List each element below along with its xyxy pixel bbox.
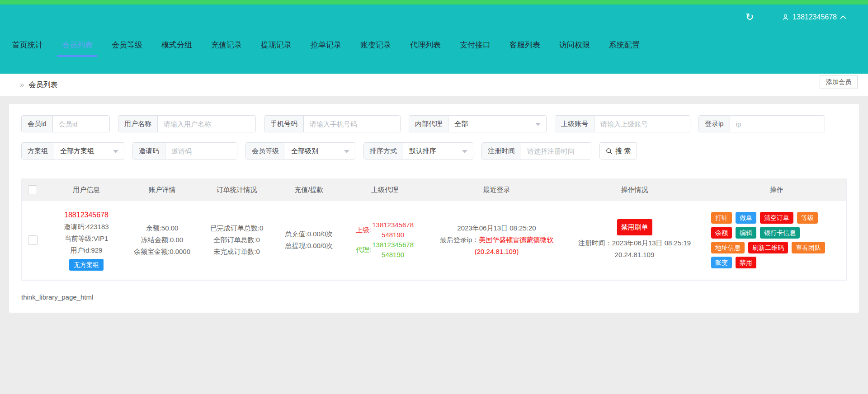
register-time: 2023年06月13日 08:25:19 — [612, 239, 691, 247]
refresh-button[interactable]: ↻ — [733, 5, 766, 30]
nav-item-member-level[interactable]: 会员等级 — [105, 36, 149, 57]
breadcrumb-icon: » — [20, 80, 24, 89]
last-login-ip: (20.24.81.109) — [475, 246, 519, 258]
nav-item-member-list[interactable]: 会员列表 — [55, 36, 99, 57]
register-ip: 20.24.81.109 — [615, 249, 655, 261]
last-login-cell: 2023年06月13日 08:25:20 最后登录ip：美国华盛顿雷德蒙德微软 … — [430, 209, 563, 271]
action-view-team-button[interactable]: 查看团队 — [792, 242, 825, 253]
filter-plan-group-label: 方案组 — [22, 143, 54, 159]
user-icon — [782, 14, 789, 21]
phone-input[interactable] — [304, 116, 400, 132]
uncompleted-orders: 未完成订单数:0 — [213, 246, 260, 258]
top-navigation-bar: ↻ 13812345678 首页统计 会员列表 会员等级 模式分组 充值记录 提… — [0, 5, 868, 74]
member-level: 当前等级:VIP1 — [65, 233, 108, 244]
header-operation-status: 操作情况 — [563, 186, 706, 194]
nav-item-withdraw-record[interactable]: 提现记录 — [254, 36, 298, 57]
filter-internal-agent-label: 内部代理 — [409, 116, 448, 132]
agent-phone: 13812345678 — [372, 240, 414, 250]
agent-label: 代理: — [356, 244, 371, 256]
header-order-stats: 订单统计情况 — [195, 186, 278, 194]
nav-item-pay-api[interactable]: 支付接口 — [453, 36, 497, 57]
nav-item-home-stats[interactable]: 首页统计 — [5, 36, 50, 57]
action-refresh-qrcode-button[interactable]: 刷新二维码 — [748, 242, 788, 253]
agent-id: 548190 — [372, 250, 414, 260]
last-login-time: 2023年06月13日 08:25:20 — [457, 222, 536, 234]
chevron-down-icon — [113, 150, 118, 153]
filter-sort-order: 排序方式 默认排序 — [363, 142, 473, 159]
action-level-button[interactable]: 等级 — [797, 212, 818, 224]
action-balance-button[interactable]: 余额 — [711, 227, 732, 239]
actions-cell: 打针 做单 清空订单 等级 余额 编辑 银行卡信息 地址信息 刷新二维码 — [706, 209, 847, 271]
recharge-withdraw-cell: 总充值:0.00/0次 总提现:0.00/0次 — [278, 209, 340, 271]
yuebao-amount: 余额宝金额:0.0000 — [134, 246, 190, 258]
parent-account-input[interactable] — [594, 116, 690, 132]
content-card: 会员id 用户名称 手机号码 内部代理 全部 上级账号 登录ip — [9, 104, 859, 313]
select-all-checkbox[interactable] — [28, 185, 37, 194]
nav-item-recharge-record[interactable]: 充值记录 — [204, 36, 249, 57]
action-row-2: 余额 编辑 银行卡信息 — [711, 227, 800, 239]
row-checkbox-cell — [22, 209, 43, 271]
filter-login-ip-label: 登录ip — [699, 116, 730, 132]
nav-item-account-change-record[interactable]: 账变记录 — [354, 36, 398, 57]
action-buttons: 打针 做单 清空订单 等级 余额 编辑 银行卡信息 地址信息 刷新二维码 — [706, 212, 825, 268]
total-withdraw: 总提现:0.00/0次 — [285, 240, 333, 252]
user-menu[interactable]: 13812345678 — [766, 13, 868, 21]
header-user-info: 用户信息 — [43, 186, 129, 194]
header-parent-agent: 上级代理 — [340, 186, 430, 194]
filter-plan-group: 方案组 全部方案组 — [21, 142, 124, 159]
row-checkbox[interactable] — [28, 235, 38, 245]
nav-item-access-rights[interactable]: 访问权限 — [552, 36, 597, 57]
table-header: 用户信息 账户详情 订单统计情况 充值/提款 上级代理 最近登录 操作情况 操作 — [22, 178, 846, 201]
chevron-down-icon — [344, 150, 349, 153]
action-address-info-button[interactable]: 地址信息 — [711, 242, 745, 253]
parent-line: 上级: 13812345678 548190 — [356, 220, 414, 240]
member-list-page: ↻ 13812345678 首页统计 会员列表 会员等级 模式分组 充值记录 提… — [0, 0, 868, 394]
filter-username: 用户名称 — [118, 115, 256, 132]
table-row: 18812345678 邀请码:423183 当前等级:VIP1 用户id:92… — [22, 201, 846, 280]
operation-status-cell: 禁用刷单 注册时间：2023年06月13日 08:25:19 20.24.81.… — [563, 209, 706, 271]
nav-item-system-config[interactable]: 系统配置 — [602, 36, 646, 57]
order-stats-cell: 已完成订单总数:0 全部订单总数:0 未完成订单数:0 — [195, 209, 278, 271]
balance: 余额:50.00 — [146, 222, 179, 234]
completed-orders: 已完成订单总数:0 — [210, 222, 264, 234]
login-ip-input[interactable] — [730, 116, 825, 132]
user-phone-label: 13812345678 — [793, 13, 837, 21]
filter-register-time-label: 注册时间 — [482, 143, 521, 159]
header-checkbox-cell — [22, 185, 43, 194]
action-account-change-button[interactable]: 账变 — [711, 257, 732, 268]
internal-agent-select[interactable]: 全部 — [448, 116, 546, 132]
disable-brush-badge[interactable]: 禁用刷单 — [617, 219, 652, 235]
action-edit-button[interactable]: 编辑 — [736, 227, 756, 239]
member-user-id: 用户id:929 — [71, 244, 103, 256]
filter-parent-account: 上级账号 — [555, 115, 690, 132]
action-clear-orders-button[interactable]: 清空订单 — [760, 212, 793, 224]
parent-phone: 13812345678 — [372, 220, 414, 230]
total-orders: 全部订单总数:0 — [213, 234, 260, 246]
register-time-input[interactable] — [521, 143, 591, 159]
search-button[interactable]: 搜 索 — [599, 142, 637, 159]
frozen-amount: 冻结金额:0.00 — [141, 234, 183, 246]
nav-item-agent-list[interactable]: 代理列表 — [403, 36, 448, 57]
account-detail-cell: 余额:50.00 冻结金额:0.00 余额宝金额:0.0000 — [129, 209, 195, 271]
action-make-order-button[interactable]: 做单 — [736, 212, 756, 224]
action-inject-button[interactable]: 打针 — [711, 212, 732, 224]
total-recharge: 总充值:0.00/0次 — [285, 228, 333, 240]
action-row-3: 地址信息 刷新二维码 查看团队 — [711, 242, 825, 253]
plan-group-badge[interactable]: 无方案组 — [69, 259, 104, 271]
parent-label: 上级: — [356, 224, 371, 236]
action-disable-button[interactable]: 禁用 — [736, 257, 756, 268]
member-phone: 18812345678 — [64, 209, 108, 221]
invite-code-input[interactable] — [165, 143, 237, 159]
nav-item-service-list[interactable]: 客服列表 — [503, 36, 547, 57]
topbar-right-tools: ↻ 13812345678 — [733, 5, 868, 30]
member-id-input[interactable] — [53, 116, 109, 132]
filter-member-level-label: 会员等级 — [246, 143, 285, 159]
action-bank-card-button[interactable]: 银行卡信息 — [760, 227, 800, 239]
chevron-down-icon — [535, 123, 541, 126]
nav-item-grab-record[interactable]: 抢单记录 — [304, 36, 348, 57]
nav-item-mode-group[interactable]: 模式分组 — [155, 36, 199, 57]
username-input[interactable] — [158, 116, 255, 132]
top-green-strip — [0, 0, 868, 5]
add-member-button[interactable]: 添加会员 — [820, 75, 858, 89]
header-account-detail: 账户详情 — [129, 186, 195, 194]
